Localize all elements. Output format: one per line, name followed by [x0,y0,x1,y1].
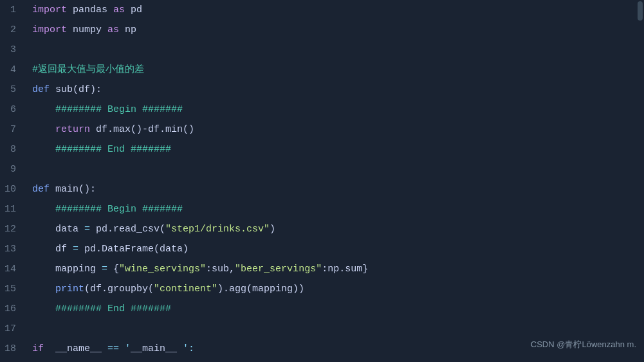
token: mapping [55,264,96,275]
line-content: #返回最大值与最小值的差 [29,60,644,80]
code-line: 6 ######## Begin ####### [0,100,644,120]
token: ######## Begin ####### [55,204,183,215]
line-content: ######## Begin ####### [29,199,644,219]
token: as [113,5,125,15]
code-line: 2import numpy as np [0,20,644,40]
token: "beer_servings" [235,264,322,275]
line-content: return df.max()-df.min() [29,120,644,140]
token: sub(df): [50,84,102,95]
line-number: 4 [0,60,29,80]
token: pandas [67,5,113,15]
token [32,244,55,255]
scrollbar[interactable] [636,0,644,362]
line-content: data = pd.read_csv("step1/drinks.csv") [29,219,644,239]
line-content: ######## Begin ####### [29,100,644,120]
token: def [32,84,50,95]
token: { [113,264,119,275]
token: as [107,24,119,35]
code-line: 1import pandas as pd [0,0,644,20]
code-line: 3 [0,40,644,60]
line-content [29,159,644,179]
code-line: 7 return df.max()-df.min() [0,120,644,140]
token: numpy [67,24,107,35]
line-number: 10 [0,179,29,199]
token: ': [177,343,194,354]
token [32,264,55,275]
token: data [55,224,78,235]
code-line: 9 [0,159,644,179]
code-line: 4#返回最大值与最小值的差 [0,60,644,80]
token: "continent" [154,284,217,294]
token: #返回最大值与最小值的差 [32,64,144,75]
line-content: mapping = {"wine_servings":sub,"beer_ser… [29,259,644,279]
line-number: 16 [0,299,29,319]
token: main(): [50,184,96,195]
token [32,144,55,155]
token: np [119,24,136,35]
line-content: print(df.groupby("continent").agg(mappin… [29,279,644,299]
line-content: ######## End ####### [29,140,644,159]
scrollbar-thumb[interactable] [638,1,643,21]
line-content: import numpy as np [29,20,644,40]
line-number: 14 [0,259,29,279]
token: if [32,343,44,354]
token: (df.groupby( [84,284,154,294]
token: "step1/drinks.csv" [165,224,270,235]
code-line: 14 mapping = {"wine_servings":sub,"beer_… [0,259,644,279]
token: return [55,124,90,135]
token: ######## Begin ####### [55,104,183,115]
line-number: 3 [0,40,29,60]
line-number: 7 [0,120,29,140]
token: "wine_servings" [119,264,206,275]
token [32,303,55,314]
token: pd [125,5,142,15]
token: = [96,264,113,275]
watermark: CSDN @青柠Löwenzahn m. [531,334,636,354]
line-number: 2 [0,20,29,40]
token: def [32,184,50,195]
token: pd.read_csv( [96,224,165,235]
token: :sub, [206,264,235,275]
line-number: 11 [0,199,29,219]
token [44,343,55,354]
line-content: def sub(df): [29,80,644,100]
code-line: 12 data = pd.read_csv("step1/drinks.csv"… [0,219,644,239]
line-number: 9 [0,159,29,179]
token [32,224,55,235]
token: __main__ [131,343,177,354]
token [32,104,55,115]
code-line: 15 print(df.groupby("continent").agg(map… [0,279,644,299]
token [32,284,55,294]
token: :np.sum} [322,264,368,275]
line-number: 15 [0,279,29,299]
code-line: 16 ######## End ####### [0,299,644,319]
line-number: 12 [0,219,29,239]
line-number: 1 [0,0,29,20]
token: __name__ [55,343,102,354]
line-content [29,40,644,60]
line-content: def main(): [29,179,644,199]
code-line: 10def main(): [0,179,644,199]
line-number: 6 [0,100,29,120]
token: print [55,284,84,294]
code-line: 5def sub(df): [0,80,644,100]
token [32,124,55,135]
line-content: ######## End ####### [29,299,644,319]
token: == ' [102,343,131,354]
line-number: 5 [0,80,29,100]
token: import [32,24,67,35]
line-number: 8 [0,140,29,159]
code-line: 11 ######## Begin ####### [0,199,644,219]
token: ######## End ####### [55,144,171,155]
code-line: 13 df = pd.DataFrame(data) [0,239,644,259]
token [32,204,55,215]
token: df.max()-df.min() [90,124,194,135]
line-number: 18 [0,339,29,359]
token: pd.DataFrame(data) [84,244,189,255]
token: = [78,224,96,235]
code-editor: 1import pandas as pd2import numpy as np3… [0,0,644,362]
code-line: 8 ######## End ####### [0,140,644,159]
token: ) [270,224,275,235]
line-content: import pandas as pd [29,0,644,20]
token: ######## End ####### [55,303,171,314]
